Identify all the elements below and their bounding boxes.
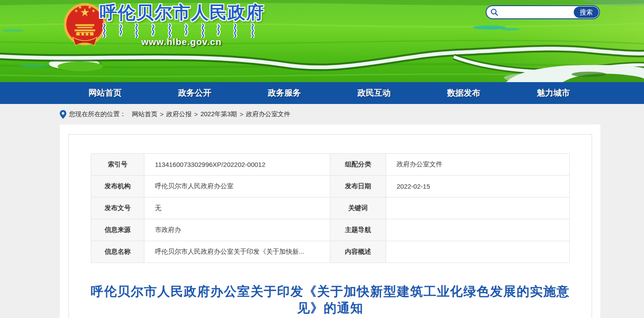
- doc-info-label: 内容概述: [330, 241, 386, 263]
- doc-info-value: [386, 219, 570, 241]
- doc-info-value: 政府办公室文件: [386, 154, 570, 176]
- doc-info-row: 索引号 1134160073302996XP/202202-00012 组配分类…: [91, 154, 570, 176]
- doc-info-value: 呼伦贝尔市人民政府办公室: [144, 176, 330, 197]
- doc-info-label: 主题导航: [330, 219, 386, 241]
- doc-info-table: 索引号 1134160073302996XP/202202-00012 组配分类…: [91, 153, 570, 263]
- doc-info-row: 发布机构 呼伦贝尔市人民政府办公室 发布日期 2022-02-15: [91, 176, 570, 197]
- doc-info-value: 市政府办: [144, 219, 330, 241]
- breadcrumb-link-gazette[interactable]: 政府公报: [166, 110, 192, 118]
- breadcrumb-link-issue[interactable]: 2022年第3期: [200, 110, 237, 118]
- content-box: 索引号 1134160073302996XP/202202-00012 组配分类…: [69, 134, 592, 318]
- nav-item-interaction[interactable]: 政民互动: [329, 82, 419, 104]
- doc-info-row: 信息来源 市政府办 主题导航: [91, 219, 570, 241]
- search-input[interactable]: [500, 7, 574, 18]
- search-icon: [490, 8, 498, 16]
- main-nav: 网站首页 政务公开 政务服务 政民互动 数据发布 魅力城市: [0, 82, 644, 104]
- content-card: 索引号 1134160073302996XP/202202-00012 组配分类…: [60, 124, 600, 318]
- breadcrumb-link-home[interactable]: 网站首页: [132, 110, 158, 118]
- search-box: 搜索: [486, 5, 600, 19]
- nav-item-home[interactable]: 网站首页: [60, 82, 150, 104]
- doc-info-label: 发布文号: [91, 197, 144, 219]
- site-url: www.hlbe.gov.cn: [131, 37, 232, 47]
- doc-info-label: 发布日期: [330, 176, 386, 197]
- breadcrumb-prefix: 您现在所在的位置：: [69, 110, 126, 118]
- doc-info-label: 信息名称: [91, 241, 144, 263]
- doc-info-value: 呼伦贝尔市人民政府办公室关于印发《关于加快新...: [144, 241, 330, 263]
- doc-info-label: 组配分类: [330, 154, 386, 176]
- doc-info-value: [386, 241, 570, 263]
- breadcrumb-separator: >: [194, 111, 198, 118]
- doc-info-label: 关键词: [330, 197, 386, 219]
- breadcrumb-link-category[interactable]: 政府办公室文件: [246, 110, 291, 118]
- breadcrumb: 您现在所在的位置： 网站首页 > 政府公报 > 2022年第3期 > 政府办公室…: [0, 104, 644, 124]
- nav-item-city-charm[interactable]: 魅力城市: [509, 82, 599, 104]
- nav-item-gov-service[interactable]: 政务服务: [240, 82, 329, 104]
- mongolian-script: [101, 23, 262, 38]
- breadcrumb-separator: >: [160, 111, 164, 118]
- search-button[interactable]: 搜索: [574, 7, 599, 18]
- doc-info-value: 2022-02-15: [386, 176, 570, 197]
- doc-info-row: 信息名称 呼伦贝尔市人民政府办公室关于印发《关于加快新... 内容概述: [91, 241, 570, 263]
- header-banner: 呼伦贝尔市人民政府 www.hlbe.gov.cn 搜索: [0, 0, 644, 82]
- doc-info-value: 无: [144, 197, 330, 219]
- doc-info-value: [386, 197, 570, 219]
- article-title: 呼伦贝尔市人民政府办公室关于印发《关于加快新型建筑工业化绿色发展的实施意见》的通…: [88, 283, 572, 316]
- location-pin-icon: [60, 110, 66, 119]
- doc-info-label: 信息来源: [91, 219, 144, 241]
- doc-info-value: 1134160073302996XP/202202-00012: [144, 154, 330, 176]
- nav-item-gov-open[interactable]: 政务公开: [150, 82, 240, 104]
- site-title[interactable]: 呼伦贝尔市人民政府: [99, 1, 264, 24]
- doc-info-label: 索引号: [91, 154, 144, 176]
- doc-info-row: 发布文号 无 关键词: [91, 197, 570, 219]
- doc-info-label: 发布机构: [91, 176, 144, 197]
- nav-item-data[interactable]: 数据发布: [419, 82, 509, 104]
- breadcrumb-separator: >: [240, 111, 243, 118]
